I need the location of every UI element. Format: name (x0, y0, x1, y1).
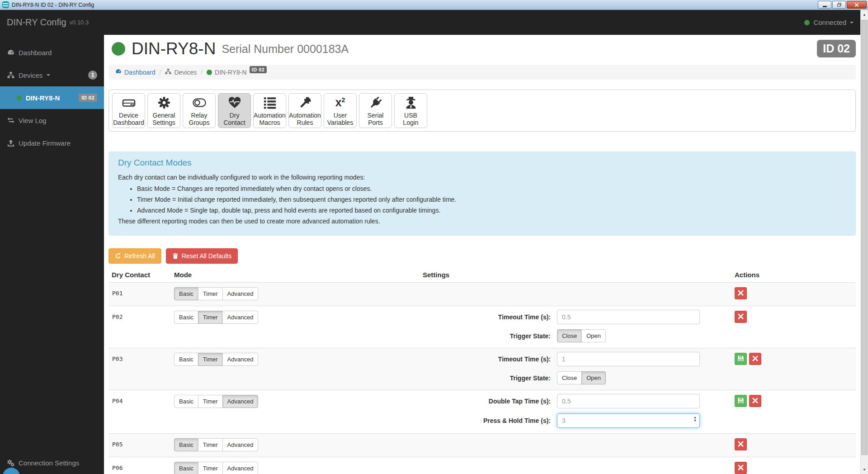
user-secret-icon (404, 95, 418, 110)
number-spinner-arrows[interactable]: ▲▼ (693, 416, 697, 422)
gears-icon (7, 459, 14, 467)
scroll-up-arrow[interactable]: ▲ (861, 10, 868, 19)
mode-timer-button[interactable]: Timer (198, 462, 223, 474)
mode-basic-button[interactable]: Basic (174, 395, 198, 408)
window-close-button[interactable] (847, 1, 867, 9)
tab-label: USBLogin (403, 112, 418, 126)
setting-row: Double Tap Time (s): (489, 394, 700, 408)
breadcrumb-dashboard[interactable]: Dashboard (115, 68, 156, 76)
mode-basic-button[interactable]: Basic (174, 287, 198, 300)
sidebar-item-devices[interactable]: Devices 1 (0, 64, 104, 86)
scroll-down-arrow[interactable]: ▼ (861, 465, 868, 474)
sidebar-item-dashboard[interactable]: Dashboard (0, 41, 104, 64)
app-icon (2, 1, 9, 8)
sidebar-item-din-ry8-n[interactable]: DIN-RY8-N ID 02 (0, 86, 104, 109)
trigger-state-open-button[interactable]: Open (581, 329, 606, 342)
delete-button[interactable] (749, 353, 761, 365)
timeout-time-s-input[interactable] (557, 310, 700, 324)
window-minimize-button[interactable] (818, 1, 831, 9)
delete-button[interactable] (735, 311, 747, 323)
mode-timer-button[interactable]: Timer (198, 438, 223, 451)
serial-number: Serial Number 0000183A (222, 43, 349, 56)
dry-contact-label: P06 (108, 461, 174, 474)
timeout-time-s-input[interactable] (557, 352, 700, 366)
sidebar-item-label: Dashboard (19, 49, 52, 57)
bottom-logo (3, 468, 20, 474)
close-icon (854, 3, 859, 7)
window-restore-button[interactable] (832, 1, 846, 9)
tab-automation-macros[interactable]: AutomationMacros (253, 93, 286, 128)
setting-label: Double Tap Time (s): (489, 398, 551, 405)
tab-dry-contact[interactable]: DryContact (218, 93, 251, 128)
mode-timer-button[interactable]: Timer (198, 311, 223, 324)
connection-status-dropdown[interactable]: Connected (804, 19, 854, 26)
delete-button[interactable] (735, 438, 747, 450)
mode-advanced-button[interactable]: Advanced (222, 462, 259, 474)
mode-advanced-button[interactable]: Advanced (222, 438, 259, 451)
column-header-actions: Actions (728, 271, 856, 279)
info-bullet: Timer Mode = Initial change reported imm… (137, 196, 846, 203)
mode-advanced-button[interactable]: Advanced (222, 395, 259, 408)
scrollbar-thumb[interactable] (861, 20, 868, 455)
sidebar-item-label: DIN-RY8-N (26, 94, 60, 102)
tab-label: AutomationMacros (254, 112, 286, 126)
info-panel: Dry Contact Modes Each dry contact can b… (108, 152, 856, 236)
tab-usb-login[interactable]: USBLogin (394, 93, 427, 128)
mode-timer-button[interactable]: Timer (198, 395, 223, 408)
tab-user-variables[interactable]: x2UserVariables (324, 93, 357, 128)
app-brand: DIN-RY Config (7, 17, 66, 28)
setting-row: Press & Hold Time (s):▲▼ (483, 413, 700, 428)
sidebar-item-update-firmware[interactable]: Update Firmware (0, 132, 104, 154)
mode-timer-button[interactable]: Timer (198, 353, 223, 366)
device-id-badge-small: ID 02 (250, 66, 267, 73)
double-tap-time-s-input[interactable] (557, 394, 700, 408)
mode-basic-button[interactable]: Basic (174, 462, 198, 474)
mode-basic-button[interactable]: Basic (174, 311, 198, 324)
save-button[interactable] (735, 395, 747, 407)
window-title: DIN-RY8-N ID 02 - DIN-RY Config (12, 2, 94, 8)
mode-timer-button[interactable]: Timer (198, 287, 223, 300)
exchange-arrows-icon (7, 117, 14, 124)
main-content: DIN-RY8-N Serial Number 0000183A ID 02 D… (104, 35, 860, 474)
gear-icon (157, 95, 171, 110)
mode-advanced-button[interactable]: Advanced (222, 353, 259, 366)
delete-button[interactable] (735, 462, 747, 474)
upload-icon (7, 139, 14, 147)
status-dot (17, 95, 22, 100)
mode-advanced-button[interactable]: Advanced (222, 311, 259, 324)
tab-relay-groups[interactable]: RelayGroups (183, 93, 216, 128)
setting-row: Timeout Time (s): (498, 310, 700, 324)
trigger-state-open-button[interactable]: Open (581, 371, 606, 384)
trigger-state-close-button[interactable]: Close (557, 371, 582, 384)
vertical-scrollbar[interactable]: ▲ ▼ (860, 10, 868, 474)
breadcrumb-separator: / (201, 69, 203, 76)
trigger-state-close-button[interactable]: Close (557, 329, 582, 342)
press-hold-time-s-input[interactable] (557, 413, 700, 428)
sidebar-item-connection-settings[interactable]: Connection Settings (7, 459, 79, 467)
tab-label: UserVariables (327, 112, 353, 126)
mode-basic-button[interactable]: Basic (174, 438, 198, 451)
delete-button[interactable] (749, 395, 761, 407)
mode-advanced-button[interactable]: Advanced (222, 287, 259, 300)
floppy-save-icon (737, 355, 744, 363)
save-button[interactable] (735, 353, 747, 365)
setting-label: Timeout Time (s): (498, 313, 551, 321)
tab-serial-ports[interactable]: SerialPorts (359, 93, 392, 128)
trigger-state-toggle-group: CloseOpen (557, 329, 606, 342)
tab-general-settings[interactable]: GeneralSettings (147, 93, 180, 128)
status-dot (207, 70, 212, 75)
reset-all-defaults-button[interactable]: Reset All Defaults (166, 248, 238, 264)
tab-automation-rules[interactable]: AutomationRules (288, 93, 321, 128)
mode-basic-button[interactable]: Basic (174, 353, 198, 366)
breadcrumb: Dashboard / Devices / DIN-RY8-N ID 02 (108, 65, 856, 80)
refresh-all-button[interactable]: Refresh All (108, 248, 161, 264)
delete-button[interactable] (735, 287, 747, 299)
sidebar-item-view-log[interactable]: View Log (0, 109, 104, 132)
breadcrumb-devices[interactable]: Devices (165, 68, 197, 76)
tab-device-dashboard[interactable]: DeviceDashboard (112, 93, 145, 128)
info-panel-footer: These different reporting modes can then… (118, 218, 846, 225)
x-delete-icon (752, 355, 759, 363)
device-header: DIN-RY8-N Serial Number 0000183A ID 02 (108, 39, 856, 58)
tab-label: SerialPorts (368, 112, 384, 126)
hdd-icon (122, 95, 136, 110)
